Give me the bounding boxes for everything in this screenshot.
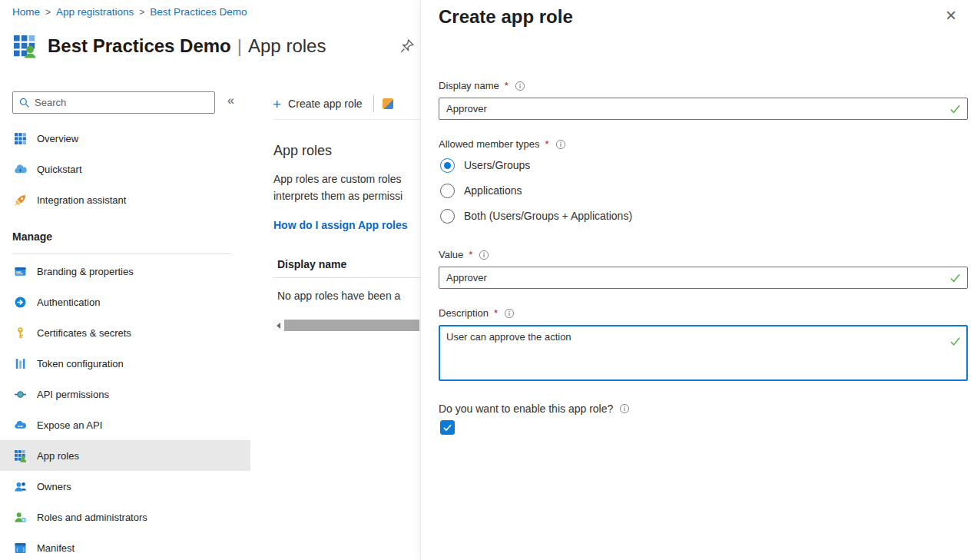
enable-app-role-label: Do you want to enable this app role?: [439, 403, 630, 415]
azure-portal-screen: Home > App registrations > Best Practice…: [0, 0, 974, 560]
sidebar-item-integration-assistant[interactable]: Integration assistant: [0, 184, 250, 215]
sidebar-general-nav: Overview Quickstart Integration assistan…: [0, 123, 250, 215]
app-roles-content: + Create app role App roles App roles ar…: [273, 0, 420, 560]
how-assign-app-roles-link[interactable]: How do I assign App roles: [273, 219, 408, 231]
info-icon[interactable]: [555, 139, 566, 150]
value-input[interactable]: [439, 267, 968, 289]
sidebar-item-overview[interactable]: Overview: [0, 123, 250, 154]
sidebar-item-label: Token configuration: [37, 358, 124, 369]
scrollbar-thumb[interactable]: [284, 320, 419, 331]
toolbar-separator-line: [273, 119, 420, 120]
admin-person-icon: [14, 511, 27, 524]
sidebar-item-label: Owners: [37, 481, 71, 492]
overview-icon: [14, 132, 27, 145]
description-field-wrap: User can approve the action: [439, 325, 968, 381]
close-icon[interactable]: ×: [946, 6, 956, 25]
scroll-left-arrow[interactable]: [273, 320, 284, 331]
sidebar-item-quickstart[interactable]: Quickstart: [0, 154, 250, 184]
sidebar-item-label: Overview: [37, 133, 78, 144]
sidebar-item-label: Manifest: [37, 542, 75, 554]
radio-button-icon: [440, 209, 455, 224]
allowed-member-types-label: Allowed member types *: [439, 138, 566, 150]
radio-users-groups[interactable]: Users/Groups: [440, 157, 530, 174]
field-label-text: Allowed member types: [439, 138, 540, 150]
create-app-role-button[interactable]: + Create app role: [273, 97, 363, 111]
enable-checkbox[interactable]: [440, 420, 455, 435]
panel-title: Create app role: [439, 6, 573, 28]
sidebar-item-certificates-secrets[interactable]: Certificates & secrets: [0, 317, 250, 348]
display-name-label: Display name *: [439, 80, 525, 91]
field-label-text: Do you want to enable this app role?: [439, 403, 613, 415]
owners-people-icon: [14, 480, 27, 493]
info-icon[interactable]: [619, 403, 630, 414]
required-asterisk: *: [545, 138, 549, 150]
sidebar-item-label: Branding & properties: [37, 266, 134, 277]
sign-in-icon: [14, 296, 27, 309]
manifest-code-icon: ( ): [14, 542, 27, 555]
sidebar-manage-nav: Branding & properties Authentication Cer…: [0, 256, 250, 560]
sidebar-search: [12, 91, 215, 114]
sidebar-item-owners[interactable]: Owners: [0, 471, 250, 502]
radio-label: Users/Groups: [464, 159, 530, 171]
sidebar-item-roles-administrators[interactable]: Roles and administrators: [0, 502, 250, 532]
table-header-border: [273, 277, 420, 278]
field-label-text: Display name: [439, 80, 499, 91]
display-name-column-header: Display name: [277, 258, 346, 270]
horizontal-scrollbar[interactable]: [273, 320, 420, 331]
sidebar-item-label: Authentication: [37, 297, 100, 308]
info-icon[interactable]: [504, 308, 515, 319]
radio-applications[interactable]: Applications: [440, 182, 522, 199]
cloud-icon: [14, 419, 27, 432]
svg-text:( ): ( ): [15, 546, 25, 552]
sidebar-item-label: Certificates & secrets: [37, 327, 131, 339]
radio-button-icon: [440, 184, 455, 198]
app-roles-icon: [14, 449, 27, 462]
breadcrumb-best-practices-demo[interactable]: Best Practices Demo: [150, 6, 247, 18]
toolbar-partial-icon[interactable]: [383, 98, 393, 109]
sidebar-item-manifest[interactable]: ( ) Manifest: [0, 532, 250, 560]
table-empty-message: No app roles have been a: [277, 290, 400, 302]
display-name-input[interactable]: [439, 98, 968, 120]
valid-check-icon: [949, 272, 961, 283]
create-app-role-label: Create app role: [288, 98, 363, 110]
sidebar-collapse-button[interactable]: «: [227, 94, 234, 108]
info-icon[interactable]: [479, 250, 489, 260]
sidebar-item-label: Integration assistant: [37, 194, 126, 206]
sidebar-item-token-configuration[interactable]: Token configuration: [0, 348, 250, 379]
sidebar-item-authentication[interactable]: Authentication: [0, 287, 250, 317]
radio-both[interactable]: Both (Users/Groups + Applications): [440, 207, 632, 224]
checkbox-check-icon: [442, 422, 452, 432]
breadcrumb-app-registrations[interactable]: App registrations: [56, 6, 134, 18]
required-asterisk: *: [494, 307, 498, 319]
display-name-field-wrap: [439, 98, 968, 120]
valid-check-icon: [949, 336, 961, 347]
radio-label: Applications: [464, 184, 522, 197]
valid-check-icon: [949, 103, 961, 114]
field-label-text: Description: [439, 307, 489, 319]
sidebar-item-expose-an-api[interactable]: Expose an API: [0, 409, 250, 440]
sidebar-item-label: Expose an API: [37, 419, 102, 431]
quickstart-icon: [14, 163, 27, 176]
sidebar-item-label: Quickstart: [37, 164, 82, 175]
radio-button-icon: [440, 158, 455, 173]
sidebar-item-app-roles[interactable]: App roles: [0, 440, 250, 471]
key-icon: [14, 326, 27, 340]
breadcrumb-home[interactable]: Home: [12, 6, 40, 18]
description-line: interprets them as permissi: [273, 187, 403, 204]
app-roles-section-title: App roles: [273, 143, 332, 159]
info-icon[interactable]: [515, 81, 525, 91]
description-line: App roles are custom roles: [273, 171, 403, 187]
browser-icon: [14, 265, 27, 278]
app-roles-description: App roles are custom roles interprets th…: [273, 171, 403, 204]
field-label-text: Value: [439, 249, 463, 260]
sidebar-item-branding-properties[interactable]: Branding & properties: [0, 256, 250, 287]
description-textarea[interactable]: User can approve the action: [439, 325, 968, 381]
page-title-name: Best Practices Demo: [48, 35, 231, 56]
search-input[interactable]: [13, 92, 214, 113]
content-toolbar: + Create app role: [273, 92, 393, 115]
description-label: Description *: [439, 307, 515, 319]
breadcrumb-separator: >: [139, 7, 144, 18]
sidebar-item-api-permissions[interactable]: API permissions: [0, 379, 250, 409]
required-asterisk: *: [469, 249, 472, 260]
sliders-icon: [14, 357, 27, 370]
